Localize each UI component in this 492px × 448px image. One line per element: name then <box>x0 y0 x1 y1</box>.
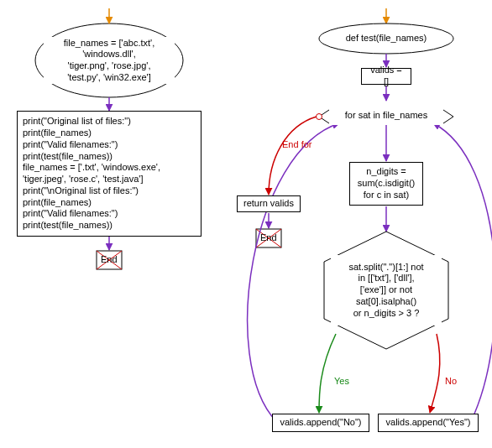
append-no-rect: valids.append("No") <box>272 414 369 432</box>
end-label-left: End <box>101 254 118 264</box>
def-node-text: def test(file_names) <box>331 32 442 45</box>
start-node-text: file_names = ['abc.txt', 'windows.dll', … <box>44 37 175 84</box>
no-label: No <box>445 376 457 386</box>
append-yes-rect: valids.append("Yes") <box>378 414 479 432</box>
code-block-left: print("Original list of files:") print(f… <box>17 111 202 237</box>
arrow-yes-to-append-no <box>319 334 336 413</box>
loop-header-text: for sat in file_names <box>329 107 443 125</box>
arrow-endfor-to-return <box>269 117 317 195</box>
decision-text: sat.split(".")[1:] not in [['txt'], ['dl… <box>331 255 442 326</box>
ndigits-rect: n_digits = sum(c.isdigit() for c in sat) <box>349 162 423 206</box>
loop-exit-dot <box>317 114 322 120</box>
arrow-no-to-append-yes <box>430 334 440 413</box>
return-rect: return valids <box>237 195 301 212</box>
init-valids-rect: valids = [] <box>361 68 411 85</box>
end-label-right: End <box>260 232 277 242</box>
endfor-label: End for <box>282 139 311 149</box>
yes-label: Yes <box>334 376 349 386</box>
